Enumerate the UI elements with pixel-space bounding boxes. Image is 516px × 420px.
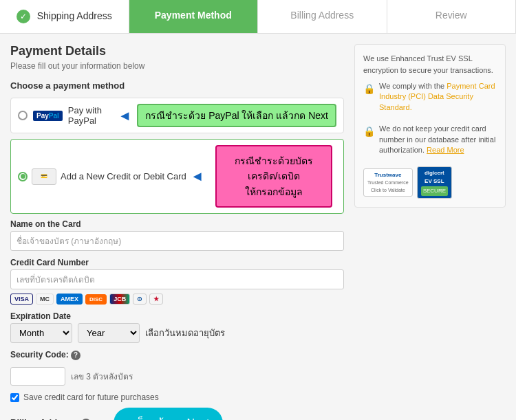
pci-label: We comply with the — [379, 82, 447, 90]
digicert-badge[interactable]: digicert EV SSL SECURE — [417, 166, 452, 199]
security-input-row: เลข 3 ตัวหลังบัตร — [10, 367, 344, 386]
completion-bubble: เสร็จแล้วกด Next — [114, 408, 223, 420]
tab-shipping-label: Shipping Address — [37, 10, 112, 21]
card-arrow-icon: ◄ — [191, 168, 204, 184]
card-radio[interactable] — [18, 172, 28, 181]
no-store-item: 🔒 We do not keep your credit card number… — [363, 124, 497, 161]
security-help-icon[interactable]: ? — [71, 351, 80, 360]
digicert-secure: SECURE — [421, 186, 448, 196]
digicert-ev: EV SSL — [421, 177, 448, 186]
month-select[interactable]: Month 01020304 05060708 09101112 — [10, 323, 72, 343]
security-label: Security Code: ? — [10, 350, 80, 360]
card-annotation-line3: ให้กรอกข้อมูล — [227, 184, 321, 199]
right-panel: We use Enhanced Trust EV SSL encryption … — [354, 44, 506, 420]
security-row: Security Code: ? เลข 3 ตัวหลังบัตร — [10, 350, 344, 386]
trustwave-sub1: Trusted Commerce — [367, 179, 409, 187]
tab-payment-label: Payment Method — [155, 10, 232, 21]
brand-icon: ★ — [149, 294, 163, 305]
card-annotation-line1: กรณีชำระด้วยบัตร — [227, 153, 321, 168]
page-title: Payment Details — [10, 44, 344, 58]
security-code-input[interactable] — [10, 367, 65, 386]
main-content: Payment Details Please fill out your inf… — [0, 34, 516, 420]
page-wrapper: ✓ Shipping Address Payment Method Billin… — [0, 0, 516, 420]
save-card-row: Save credit card for future purchases — [10, 393, 344, 402]
card-option-row: 💳 Add a New Credit or Debit Card ◄ กรณีช… — [18, 145, 336, 208]
visa-icon: VISA — [10, 294, 33, 305]
expiry-row: Expiration Date Month 01020304 05060708 … — [10, 311, 344, 343]
card-number-input[interactable] — [10, 269, 344, 289]
paypal-logo-icon: PayPal — [33, 111, 63, 121]
name-label: Name on the Card — [10, 219, 344, 229]
pci-text: We comply with the Payment Card Industry… — [379, 81, 497, 113]
trustwave-badge[interactable]: Trustwave Trusted Commerce Click to Vali… — [363, 168, 413, 197]
save-card-checkbox[interactable] — [10, 393, 19, 402]
card-option[interactable]: 💳 Add a New Credit or Debit Card ◄ กรณีช… — [10, 139, 344, 214]
trustwave-title: Trustwave — [367, 171, 409, 179]
tab-review-label: Review — [436, 10, 467, 21]
trust-badges: Trustwave Trusted Commerce Click to Vali… — [363, 166, 497, 199]
tab-billing-label: Billing Address — [290, 10, 354, 21]
amex-icon: AMEX — [56, 294, 83, 305]
expiry-label: Expiration Date — [10, 311, 344, 321]
name-row: Name on the Card — [10, 219, 344, 251]
trustwave-sub2: Click to Validate — [367, 187, 409, 195]
security-code-row: Security Code: ? — [10, 350, 344, 360]
billing-section: Billing Address ? เสร็จแล้วกด Next Same … — [10, 408, 344, 420]
completion-bubble-wrapper: เสร็จแล้วกด Next — [114, 408, 223, 420]
paypal-radio[interactable] — [18, 111, 28, 120]
paypal-label: Pay with PayPal — [68, 105, 113, 126]
no-store-text: We do not keep your credit card number i… — [379, 124, 497, 155]
card-radio-dot — [21, 174, 25, 179]
digicert-title: digicert — [421, 169, 448, 177]
tab-payment[interactable]: Payment Method — [129, 0, 259, 33]
security-annotation: เลข 3 ตัวหลังบัตร — [71, 370, 133, 383]
card-number-label: Credit Card Number — [10, 258, 344, 267]
card-icon: 💳 — [32, 168, 56, 185]
expiry-selects-row: Month 01020304 05060708 09101112 Year 20… — [10, 323, 344, 343]
read-more-link[interactable]: Read More — [427, 146, 464, 154]
card-label: Add a New Credit or Debit Card — [61, 171, 186, 181]
card-annotation-line2: เครดิต/เดบิต — [227, 168, 321, 184]
security-label-text: Security Code: — [10, 350, 69, 360]
security-intro: We use Enhanced Trust EV SSL encryption … — [363, 53, 497, 76]
tab-shipping[interactable]: ✓ Shipping Address — [0, 0, 129, 33]
billing-address-label: Billing Address — [10, 417, 76, 420]
lock-icon-2: 🔒 — [363, 124, 375, 139]
mastercard-icon: MC — [36, 294, 54, 305]
card-number-row: Credit Card Number VISA MC AMEX DISC JCB… — [10, 258, 344, 305]
save-card-label: Save credit card for future purchases — [23, 393, 159, 402]
discover-icon: DISC — [85, 294, 107, 305]
lock-icon-1: 🔒 — [363, 82, 375, 96]
choose-payment-label: Choose a payment method — [10, 80, 344, 91]
paypal-annotation: กรณีชำระด้วย PayPal ให้เลือก แล้วกด Next — [137, 104, 336, 127]
jcb-icon: JCB — [109, 294, 130, 305]
pci-item: 🔒 We comply with the Payment Card Indust… — [363, 81, 497, 118]
expiry-annotation: เลือกวันหมดอายุบัตร — [145, 326, 225, 340]
name-input[interactable] — [10, 231, 344, 251]
diners-icon: ⊙ — [133, 294, 147, 305]
year-select[interactable]: Year 2024202520262027 202820292030 — [78, 323, 140, 343]
card-icons-row: VISA MC AMEX DISC JCB ⊙ ★ — [10, 294, 344, 305]
tab-billing[interactable]: Billing Address — [258, 0, 387, 33]
card-annotation: กรณีชำระด้วยบัตร เครดิต/เดบิต ให้กรอกข้อ… — [215, 145, 332, 208]
shipping-check-icon: ✓ — [17, 10, 30, 23]
left-panel: Payment Details Please fill out your inf… — [10, 44, 344, 420]
page-subtitle: Please fill out your information below — [10, 61, 344, 71]
security-box: We use Enhanced Trust EV SSL encryption … — [354, 44, 506, 208]
paypal-arrow-icon: ◄ — [118, 108, 132, 124]
tab-review[interactable]: Review — [387, 0, 517, 33]
paypal-option-row: PayPal Pay with PayPal ◄ กรณีชำระด้วย Pa… — [18, 104, 336, 127]
paypal-option[interactable]: PayPal Pay with PayPal ◄ กรณีชำระด้วย Pa… — [10, 98, 344, 133]
header-tabs: ✓ Shipping Address Payment Method Billin… — [0, 0, 516, 34]
